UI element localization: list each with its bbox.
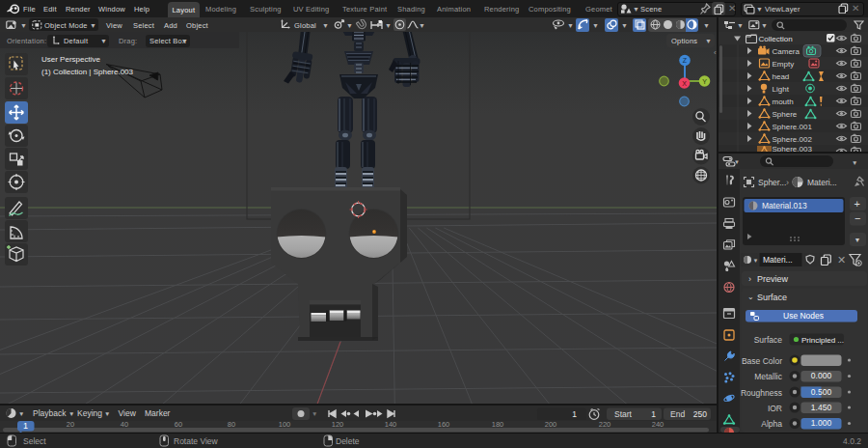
svg-text:240: 240 (652, 420, 665, 429)
svg-text:Material.013: Material.013 (762, 201, 807, 210)
svg-text:▼: ▼ (68, 410, 74, 417)
svg-text:Surface: Surface (757, 293, 787, 302)
svg-text:200: 200 (545, 420, 557, 429)
svg-text:Rotate View: Rotate View (174, 436, 219, 446)
svg-text:Metallic: Metallic (754, 372, 783, 381)
svg-text:IOR: IOR (768, 404, 782, 413)
svg-text:Marker: Marker (145, 408, 171, 418)
svg-text:160: 160 (438, 420, 450, 429)
svg-text:Materi...: Materi... (763, 255, 793, 265)
svg-text:›: › (748, 274, 751, 284)
svg-text:▼: ▼ (852, 159, 857, 166)
svg-text:Materi...: Materi... (807, 178, 837, 187)
svg-text:140: 140 (385, 420, 397, 429)
svg-text:Sphere.003: Sphere.003 (773, 145, 813, 153)
svg-text:▼: ▼ (18, 410, 24, 417)
svg-text:Principled ...: Principled ... (801, 336, 844, 345)
svg-text:Z: Z (683, 57, 688, 64)
svg-text:1.000: 1.000 (811, 418, 832, 428)
svg-text:▼: ▼ (104, 410, 110, 417)
svg-text:0.500: 0.500 (811, 387, 832, 397)
svg-text:X: X (682, 80, 687, 87)
svg-text:Playback: Playback (33, 408, 67, 418)
svg-text:1.450: 1.450 (811, 403, 832, 412)
svg-text:+: + (854, 198, 860, 210)
svg-text:120: 120 (332, 420, 344, 429)
svg-text:4.0.2: 4.0.2 (843, 436, 861, 446)
svg-text:60: 60 (175, 420, 182, 429)
svg-text:−: − (854, 212, 860, 224)
svg-text:head: head (773, 72, 790, 81)
svg-text:User Perspective: User Perspective (41, 55, 100, 64)
svg-text:Empty: Empty (773, 60, 795, 69)
svg-text:Collection: Collection (759, 35, 793, 43)
svg-text:View: View (119, 408, 137, 418)
svg-text:Camera: Camera (773, 47, 800, 56)
svg-text:▼: ▼ (753, 258, 759, 264)
svg-text:Roughness: Roughness (741, 388, 782, 398)
svg-text:Y: Y (702, 78, 707, 85)
svg-text:Select: Select (23, 436, 46, 446)
svg-text:1: 1 (651, 409, 656, 419)
svg-text:▼: ▼ (312, 410, 317, 417)
svg-text:Spher...: Spher... (758, 178, 786, 187)
svg-text:End: End (670, 409, 685, 419)
svg-text:›: › (786, 178, 789, 187)
svg-text:40: 40 (121, 420, 128, 429)
svg-text:(1) Collection | Sphere.003: (1) Collection | Sphere.003 (41, 68, 134, 76)
svg-text:Sphere.002: Sphere.002 (773, 135, 813, 144)
svg-text:250: 250 (693, 409, 707, 419)
svg-text:1: 1 (23, 421, 28, 431)
svg-text:0.000: 0.000 (811, 371, 832, 380)
svg-text:Light: Light (773, 85, 790, 94)
svg-text:Surface: Surface (754, 335, 783, 345)
svg-text:⌄: ⌄ (747, 293, 754, 301)
svg-text:Sphere: Sphere (773, 110, 798, 119)
svg-text:1: 1 (572, 409, 577, 419)
svg-text:80: 80 (228, 420, 235, 429)
svg-text:220: 220 (599, 420, 611, 429)
svg-text:Delete: Delete (336, 436, 360, 446)
svg-text:180: 180 (492, 420, 504, 429)
svg-text:Base Color: Base Color (742, 356, 782, 366)
svg-text:✕: ✕ (837, 254, 846, 266)
svg-text:100: 100 (279, 420, 291, 429)
svg-text:mouth: mouth (773, 98, 794, 106)
svg-text:20: 20 (67, 420, 74, 429)
svg-text:▼: ▼ (854, 237, 861, 243)
svg-text:Start: Start (614, 409, 633, 419)
svg-text:Preview: Preview (757, 274, 789, 284)
svg-text:Keying: Keying (77, 408, 102, 418)
svg-text:Sphere.001: Sphere.001 (773, 123, 813, 131)
svg-text:Alpha: Alpha (761, 419, 782, 429)
svg-text:▼: ▼ (734, 159, 740, 165)
svg-text:Use Nodes: Use Nodes (783, 311, 824, 321)
